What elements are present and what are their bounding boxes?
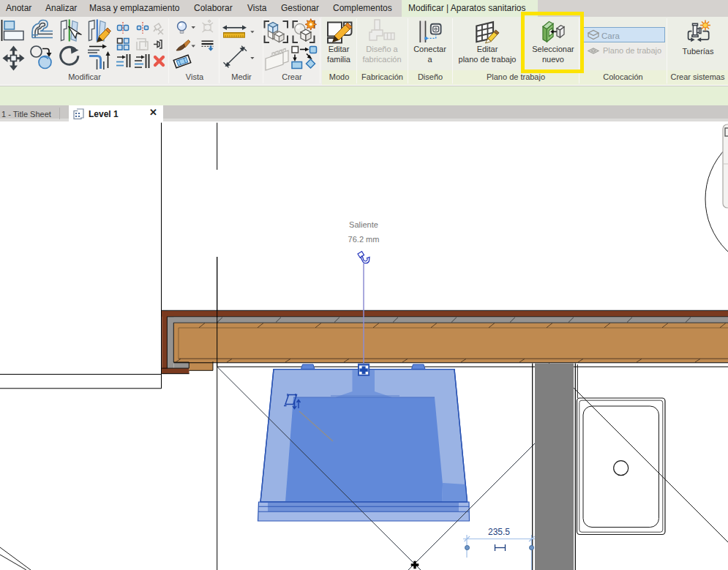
svg-text:Saliente: Saliente (349, 220, 378, 229)
svg-text:76.2 mm: 76.2 mm (348, 235, 380, 244)
svg-text:235.5: 235.5 (488, 527, 510, 537)
